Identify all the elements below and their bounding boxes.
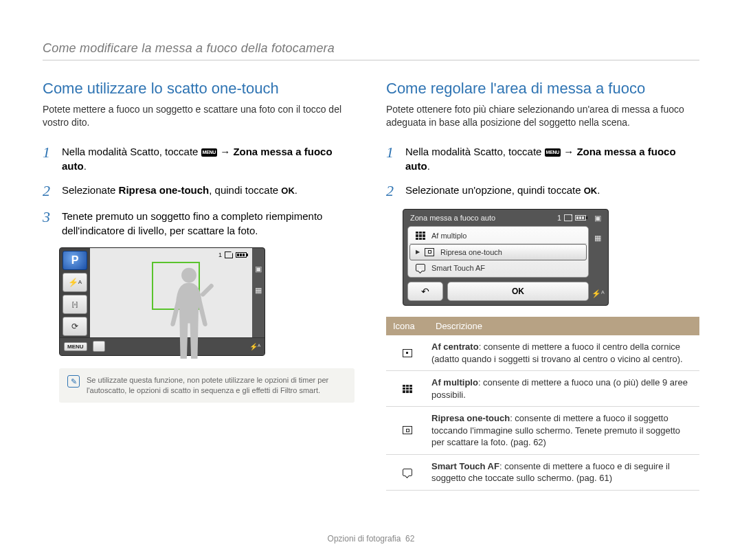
ok-icon: OK: [584, 185, 598, 197]
sd-icon: [225, 251, 233, 258]
ok-button[interactable]: OK: [447, 282, 589, 301]
table-header-icon: Icona: [386, 317, 429, 335]
right-step1: Nella modalità Scatto, toccate MENU → Zo…: [405, 144, 699, 173]
step-number: 2: [386, 183, 398, 199]
camera-preview: P ⚡A [▫] ⟳ 1: [59, 247, 265, 356]
note-box: ✎ Se utilizzate questa funzione, non pot…: [59, 368, 355, 403]
camera-status: 1: [218, 251, 247, 258]
target-icon: [403, 426, 412, 434]
battery-icon: [236, 252, 247, 258]
option-smart-touch[interactable]: Smart Touch AF: [409, 260, 587, 276]
frame-button[interactable]: [93, 341, 105, 352]
timer-tile[interactable]: ⟳: [63, 317, 87, 336]
side-icon[interactable]: ▣: [594, 214, 601, 223]
chevron-icon[interactable]: ▣: [255, 265, 262, 273]
table-row: Ripresa one-touch: consente di mettere a…: [386, 407, 699, 455]
page-footer: Opzioni di fotografia 62: [0, 534, 742, 544]
option-af-multiplo[interactable]: Af multiplo: [409, 228, 587, 244]
right-heading: Come regolare l'area di messa a fuoco: [386, 80, 699, 98]
sd-icon: [564, 214, 572, 221]
mode-p-icon[interactable]: P: [63, 251, 87, 270]
center-af-icon: [403, 349, 412, 357]
option-one-touch[interactable]: Ripresa one-touch: [409, 244, 587, 260]
touch-icon: [416, 264, 425, 271]
step-number: 3: [43, 209, 55, 238]
battery-icon: [575, 215, 586, 221]
dialog-title: Zona messa a fuoco auto: [410, 214, 495, 222]
grid-icon: [416, 232, 425, 240]
flash-tile[interactable]: ⚡A: [63, 273, 87, 292]
step-number: 1: [43, 144, 55, 173]
back-button[interactable]: ↶: [407, 282, 443, 301]
right-step2: Selezionate un'opzione, quindi toccate O…: [405, 183, 699, 199]
left-step3: Tenete premuto un soggetto fino a comple…: [62, 209, 356, 238]
camera-right-icons: ▣ ▦: [252, 248, 265, 337]
camera-left-toolbar: P ⚡A [▫] ⟳: [60, 248, 90, 337]
table-header-desc: Descrizione: [429, 317, 699, 335]
chevron-icon[interactable]: ▦: [255, 286, 262, 295]
left-step1: Nella modalità Scatto, toccate MENU → Zo…: [62, 144, 356, 173]
target-icon: [425, 248, 434, 256]
side-icon[interactable]: ▦: [594, 234, 601, 243]
breadcrumb: Come modificare la messa a fuoco della f…: [43, 41, 699, 60]
note-text: Se utilizzate questa funzione, non potet…: [87, 375, 346, 396]
right-lede: Potete ottenere foto più chiare selezion…: [386, 103, 699, 129]
left-lede: Potete mettere a fuoco un soggetto e sca…: [43, 103, 356, 129]
dialog-side-icons: ▣ ▦ ⚡ᴬ: [592, 214, 604, 301]
camera-viewfinder[interactable]: 1: [90, 248, 252, 337]
table-row: Af multiplo: consente di mettere a fuoco…: [386, 371, 699, 407]
svg-point-0: [181, 268, 196, 283]
left-step2: Selezionate Ripresa one-touch, quindi to…: [62, 183, 356, 199]
step-number: 1: [386, 144, 398, 173]
left-heading: Come utilizzare lo scatto one-touch: [43, 80, 356, 98]
touch-icon: [403, 469, 412, 476]
menu-button[interactable]: MENU: [64, 342, 87, 351]
focus-modes-table: Icona Descrizione Af centrato: consente …: [386, 317, 699, 491]
focus-tile[interactable]: [▫]: [63, 295, 87, 314]
table-row: Smart Touch AF: consente di mettere a fu…: [386, 455, 699, 491]
focus-area-dialog: Zona messa a fuoco auto 1 Af multiplo: [403, 209, 609, 306]
menu-icon: MENU: [545, 148, 561, 157]
ok-icon: OK: [281, 185, 295, 197]
grid-icon: [403, 385, 412, 393]
subject-silhouette: [161, 265, 216, 361]
menu-icon: MENU: [201, 148, 217, 157]
dialog-count: 1: [557, 214, 561, 222]
flash-indicator: ⚡ᴬ: [592, 289, 605, 298]
table-row: Af centrato: consente di mettere a fuoco…: [386, 335, 699, 371]
step-number: 2: [43, 183, 55, 199]
flash-indicator: ⚡ᴬ: [249, 343, 260, 350]
note-icon: ✎: [67, 375, 80, 388]
dialog-options: Af multiplo Ripresa one-touch Smart Touc…: [407, 226, 589, 278]
